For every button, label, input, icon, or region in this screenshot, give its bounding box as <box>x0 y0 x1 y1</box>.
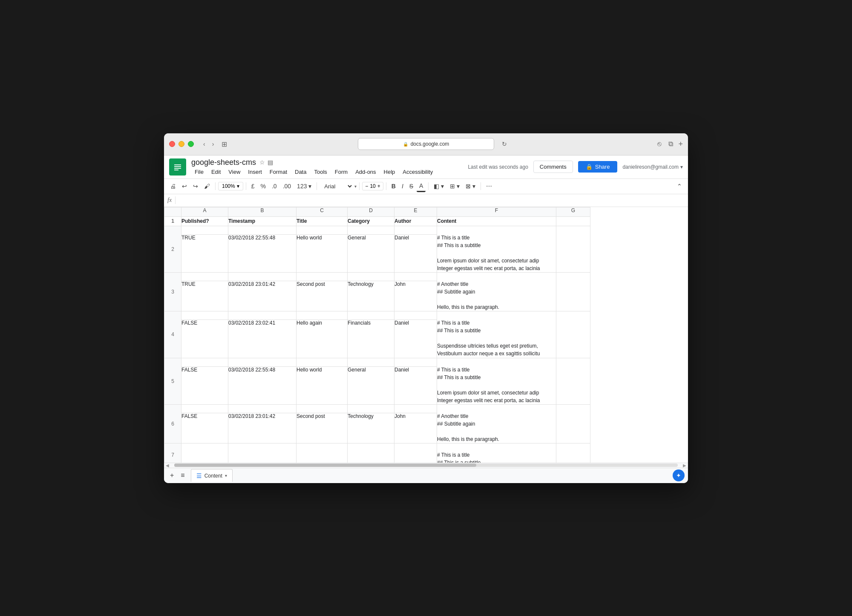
cell-a1[interactable]: Published? <box>181 216 228 226</box>
share-action-button[interactable]: ⎋ <box>656 138 663 150</box>
cell-e5-top[interactable] <box>394 358 437 366</box>
comments-button[interactable]: Comments <box>533 161 573 173</box>
cell-a3-bottom[interactable]: TRUE <box>181 281 228 311</box>
font-size-increase-icon[interactable]: + <box>377 183 380 189</box>
star-icon[interactable]: ☆ <box>259 159 265 166</box>
menu-format[interactable]: Format <box>266 168 291 176</box>
doc-title[interactable]: google-sheets-cms <box>191 158 256 167</box>
menu-form[interactable]: Form <box>331 168 351 176</box>
cell-f3[interactable]: # Another title ## Subtitle again Hello,… <box>437 272 556 311</box>
address-bar[interactable]: 🔒 docs.google.com <box>358 138 494 150</box>
bold-button[interactable]: B <box>389 181 398 191</box>
more-formats-button[interactable]: 123 ▾ <box>294 181 314 191</box>
percent-button[interactable]: % <box>258 181 268 191</box>
cell-c1[interactable]: Title <box>296 216 348 226</box>
cell-g2[interactable] <box>556 226 590 272</box>
col-header-c[interactable]: C <box>296 207 348 216</box>
cell-f6[interactable]: # Another title ## Subtitle again Hello,… <box>437 404 556 443</box>
print-button[interactable]: 🖨 <box>167 181 178 191</box>
cell-c6-bottom[interactable]: Second post <box>296 413 348 443</box>
cell-a2-top[interactable] <box>181 226 228 234</box>
strikethrough-button[interactable]: S <box>407 181 416 191</box>
user-account[interactable]: danielireson@gmail.com ▾ <box>622 164 683 170</box>
cell-c2-top[interactable] <box>296 226 348 234</box>
menu-data[interactable]: Data <box>291 168 310 176</box>
sheet-list-button[interactable]: ≡ <box>178 471 187 480</box>
decimal-decrease-button[interactable]: .0 <box>269 181 279 191</box>
merge-button[interactable]: ⊠ ▾ <box>463 181 478 191</box>
cell-b4-top[interactable] <box>228 311 296 320</box>
paint-format-button[interactable]: 🖌 <box>201 181 213 191</box>
menu-view[interactable]: View <box>225 168 244 176</box>
maximize-button[interactable] <box>188 141 194 147</box>
fill-color-button[interactable]: ◧ ▾ <box>431 181 446 191</box>
cell-g1[interactable] <box>556 216 590 226</box>
borders-button[interactable]: ⊞ ▾ <box>447 181 462 191</box>
col-header-g[interactable]: G <box>556 207 590 216</box>
cell-g4[interactable] <box>556 311 590 358</box>
cell-e5-bottom[interactable]: Daniel <box>394 366 437 404</box>
sheet-tab-dropdown-icon[interactable]: ▾ <box>225 473 227 478</box>
menu-tools[interactable]: Tools <box>311 168 330 176</box>
close-button[interactable] <box>169 141 175 147</box>
cell-c4-top[interactable] <box>296 311 348 320</box>
col-header-a[interactable]: A <box>181 207 228 216</box>
font-color-button[interactable]: A <box>417 181 426 192</box>
cell-c3-top[interactable] <box>296 272 348 281</box>
cell-c7[interactable] <box>296 443 348 463</box>
cell-e6-bottom[interactable]: John <box>394 413 437 443</box>
cell-b1[interactable]: Timestamp <box>228 216 296 226</box>
cell-a7[interactable] <box>181 443 228 463</box>
cell-f1[interactable]: Content <box>437 216 556 226</box>
cell-b3-bottom[interactable]: 03/02/2018 23:01:42 <box>228 281 296 311</box>
cell-d3-top[interactable] <box>348 272 394 281</box>
copy-action-button[interactable]: ⧉ <box>667 138 675 150</box>
scrollbar-track[interactable] <box>174 463 678 467</box>
cell-b2-bottom[interactable]: 03/02/2018 22:55:48 <box>228 234 296 272</box>
cell-a5-top[interactable] <box>181 358 228 366</box>
cell-b5-bottom[interactable]: 03/02/2018 22:55:48 <box>228 366 296 404</box>
cell-b6-top[interactable] <box>228 404 296 413</box>
currency-button[interactable]: £ <box>249 181 257 191</box>
share-button[interactable]: 🔒 Share <box>578 161 618 173</box>
spreadsheet-container[interactable]: A B C D E F G 1 Published? Timestamp Tit… <box>164 207 688 463</box>
cell-d5-bottom[interactable]: General <box>348 366 394 404</box>
cell-e2-bottom[interactable]: Daniel <box>394 234 437 272</box>
refresh-button[interactable]: ↻ <box>502 141 507 147</box>
cell-b4-bottom[interactable]: 03/02/2018 23:02:41 <box>228 320 296 358</box>
cell-c6-top[interactable] <box>296 404 348 413</box>
menu-file[interactable]: File <box>191 168 207 176</box>
scroll-right-icon[interactable]: ▶ <box>681 463 688 468</box>
cell-c4-bottom[interactable]: Hello again <box>296 320 348 358</box>
forward-button[interactable]: › <box>210 140 217 148</box>
cell-e7[interactable] <box>394 443 437 463</box>
formula-input[interactable] <box>179 197 685 204</box>
cell-a5-bottom[interactable]: FALSE <box>181 366 228 404</box>
cell-c5-top[interactable] <box>296 358 348 366</box>
scroll-left-icon[interactable]: ◀ <box>164 463 171 468</box>
cell-b3-top[interactable] <box>228 272 296 281</box>
cell-c5-bottom[interactable]: Hello world <box>296 366 348 404</box>
cell-a4-top[interactable] <box>181 311 228 320</box>
italic-button[interactable]: I <box>399 181 406 191</box>
cell-e2-top[interactable] <box>394 226 437 234</box>
redo-button[interactable]: ↪ <box>190 181 201 191</box>
cell-d7[interactable] <box>348 443 394 463</box>
cell-e4-bottom[interactable]: Daniel <box>394 320 437 358</box>
cell-e4-top[interactable] <box>394 311 437 320</box>
cell-a3-top[interactable] <box>181 272 228 281</box>
font-size-control[interactable]: − 10 + <box>362 182 383 190</box>
cell-e1[interactable]: Author <box>394 216 437 226</box>
menu-accessibility[interactable]: Accessibility <box>399 168 436 176</box>
menu-addons[interactable]: Add-ons <box>352 168 379 176</box>
cell-c2-bottom[interactable]: Hello world <box>296 234 348 272</box>
cell-f7[interactable]: # This is a title ## This is a subtitle <box>437 443 556 463</box>
cell-d6-top[interactable] <box>348 404 394 413</box>
cell-d1[interactable]: Category <box>348 216 394 226</box>
more-options-button[interactable]: ⋯ <box>484 181 495 191</box>
cell-c3-bottom[interactable]: Second post <box>296 281 348 311</box>
scrollbar-thumb[interactable] <box>174 463 476 467</box>
cell-b2-top[interactable] <box>228 226 296 234</box>
menu-edit[interactable]: Edit <box>208 168 224 176</box>
sidebar-toggle-button[interactable]: ⊞ <box>218 139 230 149</box>
